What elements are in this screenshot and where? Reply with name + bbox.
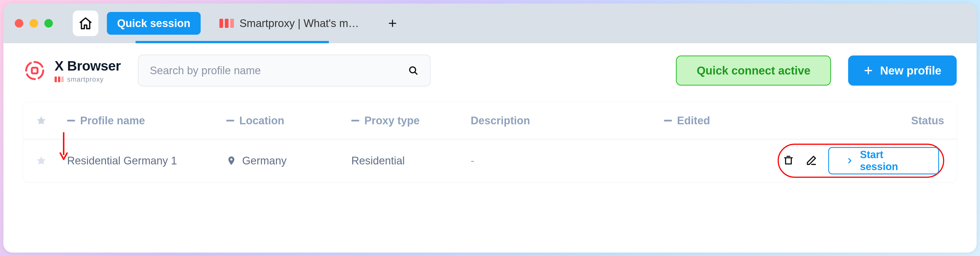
- home-icon: [78, 16, 93, 30]
- plus-icon: [864, 66, 873, 75]
- app-subtitle: smartproxy: [67, 75, 104, 83]
- search-icon: [408, 65, 418, 76]
- smartproxy-icon: [220, 19, 234, 28]
- column-proxy-type[interactable]: Proxy type: [351, 115, 471, 127]
- column-location[interactable]: Location: [226, 115, 351, 127]
- window-close-button[interactable]: [15, 19, 23, 27]
- table-row: Residential Germany 1 Germany Residentia…: [23, 139, 957, 182]
- new-profile-label: New profile: [880, 64, 941, 77]
- plus-icon: [388, 19, 397, 28]
- start-session-button[interactable]: Start session: [828, 147, 939, 174]
- profiles-table: Profile name Location Proxy type Descrip…: [23, 102, 957, 182]
- chevron-right-icon: [846, 157, 853, 165]
- location-pin-icon: [226, 155, 237, 166]
- annotation-highlight: Start session: [778, 144, 944, 178]
- status-badge-label: Quick connect active: [697, 64, 810, 77]
- new-profile-button[interactable]: New profile: [848, 56, 957, 86]
- star-icon: [36, 115, 47, 126]
- app-subtitle-block: smartproxy: [54, 75, 121, 83]
- cell-actions: Start session: [778, 144, 944, 178]
- header-row: X Browser smartproxy Quick connect activ…: [23, 54, 957, 86]
- svg-rect-0: [32, 68, 38, 74]
- search-input[interactable]: [150, 64, 408, 77]
- tab-quick-session[interactable]: Quick session: [107, 12, 200, 35]
- tab-bar: Quick session Smartproxy | What's m…: [3, 3, 977, 43]
- content-area: X Browser smartproxy Quick connect activ…: [3, 43, 977, 253]
- trash-icon: [783, 154, 794, 166]
- cell-location: Germany: [226, 155, 351, 167]
- window-maximize-button[interactable]: [45, 19, 53, 27]
- search-box[interactable]: [138, 54, 431, 86]
- app-title: X Browser: [54, 58, 121, 74]
- column-edited[interactable]: Edited: [664, 115, 778, 127]
- column-status[interactable]: Status: [778, 115, 944, 127]
- edit-icon: [805, 154, 817, 166]
- cell-profile-name: Residential Germany 1: [67, 155, 226, 167]
- delete-button[interactable]: [783, 154, 794, 167]
- app-window: Quick session Smartproxy | What's m…: [3, 3, 977, 253]
- column-profile-name[interactable]: Profile name: [67, 115, 226, 127]
- window-minimize-button[interactable]: [30, 19, 38, 27]
- star-icon: [36, 155, 47, 166]
- tab-label: Smartproxy | What's m…: [240, 18, 359, 30]
- quick-connect-status[interactable]: Quick connect active: [676, 56, 831, 86]
- xbrowser-logo-icon: [23, 59, 46, 82]
- new-tab-button[interactable]: [386, 17, 399, 30]
- tab-label: Quick session: [117, 18, 191, 30]
- column-description[interactable]: Description: [471, 115, 664, 127]
- app-logo: X Browser smartproxy: [23, 58, 121, 83]
- start-session-label: Start session: [860, 149, 921, 173]
- active-tab-underline: [135, 41, 329, 43]
- annotation-arrow: [58, 131, 69, 162]
- home-button[interactable]: [73, 11, 98, 36]
- cell-proxy-type: Residential: [351, 155, 471, 167]
- cell-description: -: [471, 155, 664, 167]
- tab-smartproxy[interactable]: Smartproxy | What's m…: [209, 12, 369, 35]
- window-controls: [15, 19, 53, 27]
- smartproxy-mini-icon: [54, 77, 64, 82]
- table-header: Profile name Location Proxy type Descrip…: [23, 102, 957, 139]
- edit-button[interactable]: [805, 154, 817, 167]
- column-favorite[interactable]: [36, 115, 67, 126]
